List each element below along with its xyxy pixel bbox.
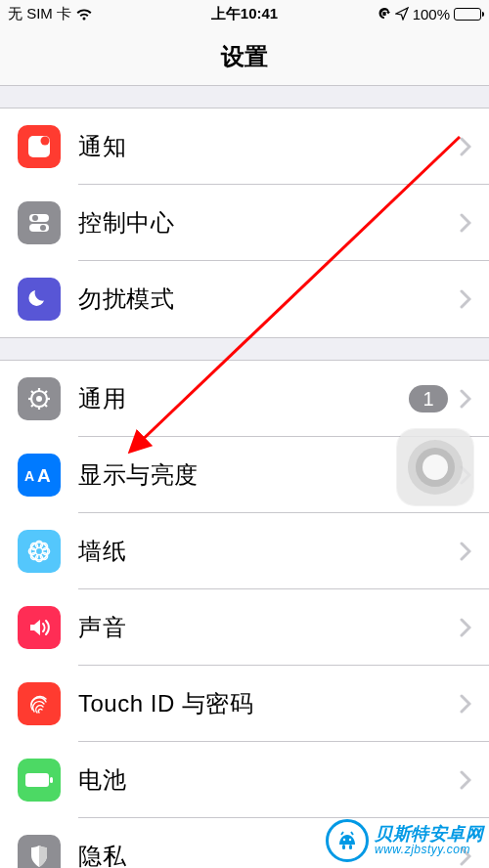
sound-icon	[18, 606, 61, 649]
row-label: 隐私	[78, 841, 460, 868]
control-center-icon	[18, 201, 61, 244]
svg-line-13	[31, 391, 33, 393]
row-notifications[interactable]: 通知	[0, 108, 489, 185]
row-touch-id[interactable]: Touch ID 与密码	[0, 666, 489, 742]
svg-line-16	[31, 405, 33, 407]
svg-rect-28	[25, 773, 49, 787]
chevron-right-icon	[460, 213, 471, 233]
carrier-text: 无 SIM 卡	[8, 5, 71, 23]
row-label: 声音	[78, 612, 460, 643]
touch-id-icon	[18, 682, 61, 725]
orientation-lock-icon	[378, 7, 391, 21]
chevron-right-icon	[460, 137, 471, 156]
row-label: Touch ID 与密码	[78, 688, 460, 719]
svg-point-2	[41, 137, 50, 146]
privacy-icon	[18, 835, 61, 868]
row-label: 通用	[78, 383, 409, 414]
row-label: 电池	[78, 764, 460, 796]
chevron-right-icon	[460, 542, 471, 561]
chevron-right-icon	[460, 770, 471, 790]
battery-icon	[454, 8, 481, 21]
assistive-touch-button[interactable]	[397, 429, 473, 505]
chevron-right-icon	[460, 289, 471, 309]
svg-rect-0	[382, 12, 385, 16]
row-wallpaper[interactable]: 墙纸	[0, 513, 489, 589]
status-bar: 无 SIM 卡 上午10:41 100%	[0, 0, 489, 27]
location-icon	[395, 7, 409, 21]
assistive-touch-ring	[416, 448, 455, 487]
row-general[interactable]: 通用 1	[0, 361, 489, 437]
assistive-touch-dot	[422, 455, 448, 480]
chevron-right-icon	[460, 389, 471, 409]
chevron-right-icon	[460, 618, 471, 637]
row-label: 墙纸	[78, 536, 460, 567]
svg-text:A: A	[37, 465, 51, 486]
wallpaper-icon	[18, 530, 61, 573]
svg-point-19	[30, 542, 48, 560]
settings-group-1: 通知 控制中心 勿扰模式	[0, 108, 489, 338]
display-brightness-icon: AA	[18, 454, 61, 497]
assistive-touch-ring	[408, 440, 463, 495]
svg-line-15	[45, 391, 47, 393]
wifi-icon	[75, 8, 93, 21]
svg-line-14	[45, 405, 47, 407]
svg-point-6	[40, 225, 46, 231]
row-label: 控制中心	[78, 207, 460, 239]
battery-percentage: 100%	[413, 6, 450, 22]
row-battery[interactable]: 电池	[0, 742, 489, 818]
battery-row-icon	[18, 759, 61, 802]
page-title: 设置	[221, 41, 268, 72]
general-icon	[18, 377, 61, 420]
svg-point-8	[36, 396, 42, 402]
chevron-right-icon	[460, 846, 471, 866]
do-not-disturb-icon	[18, 278, 61, 321]
row-do-not-disturb[interactable]: 勿扰模式	[0, 261, 489, 337]
row-label: 通知	[78, 131, 460, 162]
svg-rect-29	[50, 777, 53, 783]
notifications-icon	[18, 125, 61, 168]
svg-text:A: A	[24, 468, 34, 484]
row-control-center[interactable]: 控制中心	[0, 185, 489, 261]
badge-count: 1	[409, 385, 448, 412]
nav-bar: 设置	[0, 27, 489, 86]
row-privacy[interactable]: 隐私	[0, 818, 489, 868]
chevron-right-icon	[460, 694, 471, 714]
row-label: 勿扰模式	[78, 283, 460, 315]
svg-point-4	[32, 215, 38, 221]
row-sound[interactable]: 声音	[0, 589, 489, 666]
